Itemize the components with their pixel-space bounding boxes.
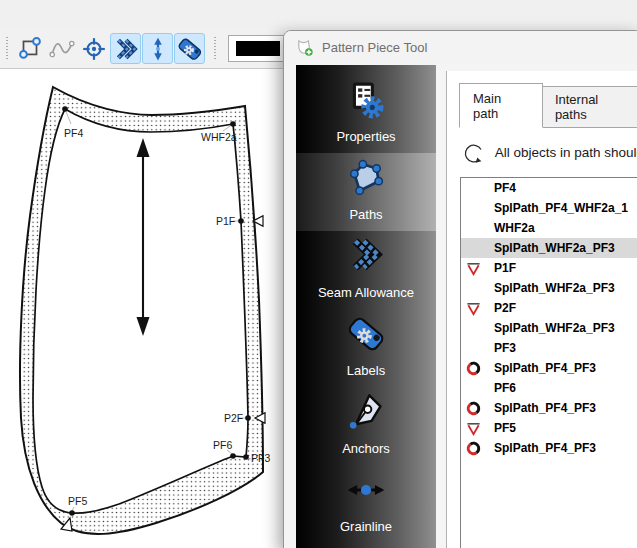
spline-tool-icon	[49, 36, 75, 62]
sidebar-item-properties[interactable]: Properties	[296, 75, 436, 153]
point-pf5	[69, 510, 75, 516]
list-item[interactable]: P2F	[461, 298, 637, 318]
pattern-piece-drawing: PF4 WHF2a P1F P2F PF6 PF3 PF5	[0, 70, 287, 548]
direction-note: All objects in path should	[495, 145, 637, 160]
point-whf2a	[230, 121, 236, 127]
seam-allowance-tool-icon	[113, 36, 139, 62]
anchor-point-tool-button[interactable]	[78, 33, 109, 64]
point-pf3	[243, 454, 249, 460]
point-label-p2f: P2F	[224, 412, 243, 424]
point-label-pf5: PF5	[68, 495, 87, 507]
main-path-object-list[interactable]: PF4 SplPath_PF4_WHF2a_1 WHF2a SplPath_WH…	[460, 177, 637, 548]
list-item[interactable]: P1F	[461, 258, 637, 278]
dialog-content-pane: Main path Internal paths All objects in …	[446, 71, 637, 548]
notch-icon	[465, 260, 481, 276]
list-item[interactable]: PF4	[461, 178, 637, 198]
path-direction-row: All objects in path should	[461, 136, 637, 169]
point-label-pf6: PF6	[213, 439, 232, 451]
pattern-piece-tool-icon	[17, 36, 43, 62]
spline-tool-button[interactable]	[46, 33, 77, 64]
list-item[interactable]: SplPath_PF4_WHF2a_1	[461, 198, 637, 218]
point-pf4	[62, 106, 68, 112]
seam-allowance-icon	[347, 235, 385, 277]
dialog-title: Pattern Piece Tool	[322, 40, 427, 55]
sidebar-item-notches[interactable]	[296, 543, 436, 548]
notch-icon	[465, 300, 481, 316]
main-path-outline[interactable]	[33, 109, 248, 513]
internal-path-tool-button[interactable]	[142, 33, 173, 64]
pattern-piece-tool-button[interactable]	[14, 33, 45, 64]
sidebar-item-label: Anchors	[342, 441, 390, 456]
tab-bar: Main path Internal paths	[459, 83, 637, 128]
reverse-direction-icon	[465, 400, 481, 416]
sidebar-item-label: Paths	[349, 207, 382, 222]
list-item[interactable]: PF6	[461, 378, 637, 398]
window-top-strip	[0, 0, 637, 29]
point-pf6	[230, 453, 236, 459]
list-item[interactable]: SplPath_PF4_PF3	[461, 438, 637, 458]
list-item[interactable]: PF3	[461, 338, 637, 358]
reverse-direction-icon	[465, 440, 481, 456]
pattern-piece-tool-dialog: Pattern Piece Tool	[283, 30, 637, 548]
app-window: Black	[0, 0, 637, 548]
point-label-pf4: PF4	[64, 127, 83, 139]
labels-icon	[346, 313, 386, 355]
list-item[interactable]: SplPath_PF4_PF3	[461, 358, 637, 378]
properties-icon	[347, 79, 385, 121]
sidebar-item-seam-allowance[interactable]: Seam Allowance	[296, 231, 436, 309]
toolbar-drag-handle[interactable]	[213, 37, 218, 61]
list-item[interactable]: SplPath_PF4_PF3	[461, 398, 637, 418]
sidebar-item-paths[interactable]: Paths	[296, 153, 436, 231]
anchor-point-tool-icon	[81, 36, 107, 62]
dialog-titlebar[interactable]: Pattern Piece Tool	[284, 31, 637, 63]
tab-internal-paths[interactable]: Internal paths	[542, 86, 637, 128]
seam-allowance-tool-button[interactable]	[110, 33, 141, 64]
list-item[interactable]: PF5	[461, 418, 637, 438]
sidebar-item-label: Labels	[347, 363, 385, 378]
sidebar-item-anchors[interactable]: Anchors	[296, 387, 436, 465]
sidebar-item-grainline[interactable]: Grainline	[296, 465, 436, 543]
list-item[interactable]: SplPath_WHF2a_PF3	[461, 318, 637, 338]
list-item[interactable]: WHF2a	[461, 218, 637, 238]
toolbar-drag-handle[interactable]	[5, 37, 10, 61]
paths-icon	[346, 157, 386, 199]
tab-main-path[interactable]: Main path	[459, 83, 543, 128]
reverse-direction-icon	[465, 360, 481, 376]
dialog-sidebar: Properties Paths	[296, 65, 436, 548]
point-label-p1f: P1F	[216, 215, 235, 227]
point-label-pf3: PF3	[251, 452, 270, 464]
sidebar-item-label: Grainline	[340, 519, 392, 534]
point-p1f	[238, 218, 244, 224]
pattern-piece-icon	[295, 38, 314, 57]
sidebar-item-labels[interactable]: Labels	[296, 309, 436, 387]
point-label-whf2a: WHF2a	[201, 131, 237, 143]
dialog-body: Properties Paths	[284, 63, 637, 548]
sidebar-item-label: Seam Allowance	[318, 285, 414, 300]
list-item[interactable]: SplPath_WHF2a_PF3	[461, 278, 637, 298]
clockwise-direction-icon[interactable]	[461, 136, 487, 169]
color-swatch-black	[236, 41, 280, 56]
grainline-icon	[346, 469, 386, 511]
label-tool-button[interactable]	[174, 33, 205, 64]
label-tool-icon	[177, 36, 203, 62]
internal-path-tool-icon	[145, 36, 171, 62]
anchors-icon	[346, 391, 386, 433]
list-item-selected[interactable]: SplPath_WHF2a_PF3	[461, 238, 637, 258]
notch-icon	[465, 420, 481, 436]
sidebar-item-label: Properties	[336, 129, 395, 144]
point-p2f	[245, 415, 251, 421]
